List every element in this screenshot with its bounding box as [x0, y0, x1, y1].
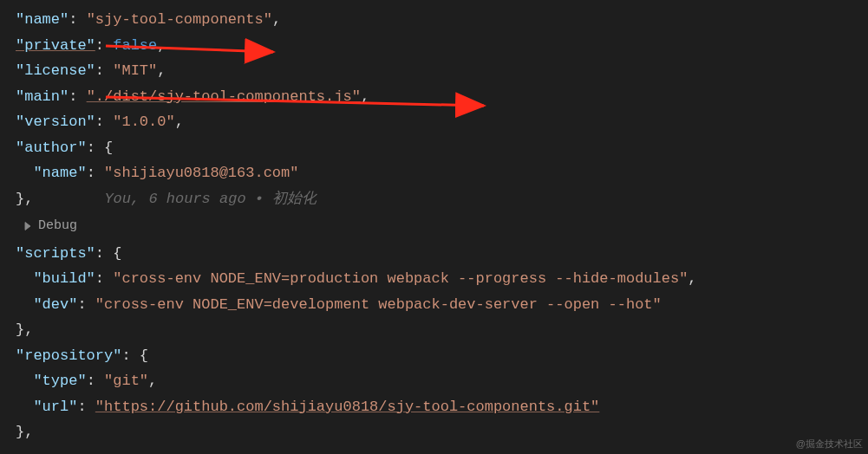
json-key: "name": [16, 11, 69, 28]
code-line[interactable]: "dev": "cross-env NODE_ENV=development w…: [16, 292, 868, 318]
debug-codelens[interactable]: Debug: [16, 213, 868, 239]
json-value: "MIT": [113, 62, 157, 79]
json-key: "type": [33, 373, 86, 389]
code-line[interactable]: "type": "git",: [16, 368, 868, 394]
play-icon: [23, 221, 33, 231]
json-key: "dev": [33, 296, 77, 313]
json-value: "./dist/sjy-tool-components.js": [87, 88, 361, 105]
json-key: "private": [16, 37, 95, 54]
code-line[interactable]: "main": "./dist/sjy-tool-components.js",: [16, 84, 868, 110]
code-line[interactable]: "name": "sjy-tool-components",: [16, 7, 868, 33]
json-key: "repository": [16, 347, 121, 364]
code-line[interactable]: "url": "https://github.com/shijiayu0818/…: [16, 394, 868, 420]
json-value: "https://github.com/shijiayu0818/sjy-too…: [95, 399, 600, 415]
json-key: "license": [16, 62, 95, 79]
code-line[interactable]: },: [16, 419, 868, 445]
json-value: "1.0.0": [113, 114, 174, 130]
code-line[interactable]: },You, 6 hours ago • 初始化: [16, 186, 868, 212]
git-blame-annotation: You, 6 hours ago • 初始化: [104, 191, 317, 207]
json-key: "scripts": [16, 245, 95, 262]
watermark: @掘金技术社区: [796, 438, 863, 451]
code-line[interactable]: "version": "1.0.0",: [16, 109, 868, 135]
json-key: "build": [33, 270, 95, 287]
json-key: "version": [16, 114, 95, 130]
json-key: "url": [33, 399, 77, 415]
code-line[interactable]: "scripts": {: [16, 241, 868, 267]
json-value: false: [113, 37, 157, 54]
json-key: "author": [16, 139, 87, 156]
code-line[interactable]: "build": "cross-env NODE_ENV=production …: [16, 266, 868, 292]
json-key: "main": [16, 88, 69, 105]
code-editor[interactable]: "name": "sjy-tool-components", "private"…: [0, 0, 868, 445]
json-value: "cross-env NODE_ENV=production webpack -…: [113, 270, 688, 287]
code-line[interactable]: },: [16, 317, 868, 343]
code-line[interactable]: "name": "shijiayu0818@163.com": [16, 160, 868, 186]
json-value: "git": [104, 373, 148, 389]
json-key: "name": [33, 165, 86, 181]
json-value: "sjy-tool-components": [87, 11, 272, 28]
code-line[interactable]: "license": "MIT",: [16, 58, 868, 84]
json-value: "cross-env NODE_ENV=development webpack-…: [95, 296, 662, 313]
code-line[interactable]: "author": {: [16, 135, 868, 161]
code-line[interactable]: "private": false,: [16, 33, 868, 59]
debug-label: Debug: [38, 213, 77, 239]
code-line[interactable]: "repository": {: [16, 343, 868, 369]
json-value: "shijiayu0818@163.com": [104, 165, 298, 181]
